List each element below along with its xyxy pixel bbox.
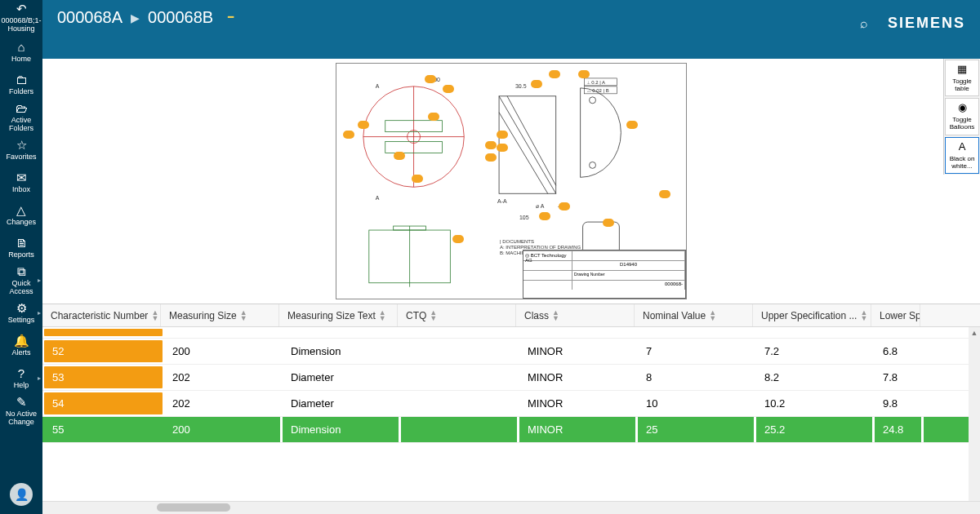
breadcrumb: 000068A ▶ 000068B	[57, 8, 213, 27]
column-header[interactable]: CTQ▲▼	[398, 304, 516, 326]
table-row[interactable]: 54202DiameterMINOR1010.29.8	[42, 391, 980, 417]
balloon-icon[interactable]	[343, 131, 354, 139]
scroll-thumb[interactable]	[157, 503, 230, 512]
balloon-icon[interactable]	[485, 153, 497, 162]
table-cell: 200	[164, 417, 283, 442]
balloon-icon[interactable]	[443, 85, 454, 93]
svg-text:30.5: 30.5	[515, 83, 527, 89]
quick-access-icon: ⧉	[17, 265, 26, 279]
balloon-icon[interactable]	[497, 131, 508, 139]
balloon-icon[interactable]	[452, 235, 464, 243]
no-active-change-icon: ✎	[16, 396, 27, 410]
search-icon[interactable]: ⌕	[860, 16, 868, 31]
table-cell	[401, 339, 519, 364]
sidebar-item-favorites[interactable]: ☆Favorites	[0, 134, 42, 166]
table-cell: 8	[638, 365, 756, 390]
balloon-icon[interactable]	[497, 144, 508, 152]
table-row[interactable]	[42, 327, 980, 339]
char-badge: 55	[44, 419, 163, 441]
sidebar-item-changes[interactable]: △Changes	[0, 199, 42, 232]
balloon-icon[interactable]	[412, 175, 423, 183]
sort-icon: ▲▼	[552, 310, 559, 321]
table-row[interactable]: 55200DimensionMINOR2525.224.8	[42, 417, 980, 443]
sidebar-item-folders[interactable]: 🗀Folders	[0, 69, 42, 101]
toolbar-toggle-table[interactable]: ▦Toggle table	[945, 60, 979, 96]
content: A A A-A 30.5 105 12.00 ⌀ A -B- ⟂ 0.2 | A…	[42, 59, 980, 514]
sort-icon: ▲▼	[860, 310, 867, 321]
alerts-icon: 🔔	[14, 335, 29, 348]
table-cell	[401, 417, 519, 442]
sidebar-item-settings[interactable]: ⚙Settings▸	[0, 297, 42, 330]
sidebar-item-reports[interactable]: 🗎Reports	[0, 232, 42, 264]
sort-icon: ▲▼	[430, 310, 437, 321]
header-bar: 000068A ▶ 000068B ━ ⌕ SIEMENS	[42, 0, 980, 59]
toolbar-black-on-white-[interactable]: ABlack on white...	[945, 137, 979, 174]
brand-logo: SIEMENS	[888, 15, 965, 32]
table-cell: MINOR	[519, 391, 638, 416]
breadcrumb-a[interactable]: 000068A	[57, 8, 122, 27]
column-header[interactable]: Measuring Size Text▲▼	[279, 304, 398, 326]
column-header[interactable]: Class▲▼	[516, 304, 635, 326]
sidebar-item-quick-access[interactable]: ⧉Quick Access▸	[0, 264, 42, 297]
char-badge: 54	[44, 392, 163, 414]
table-cell: Diameter	[283, 365, 401, 390]
balloon-icon[interactable]	[358, 121, 369, 129]
back-icon: ↶	[16, 2, 27, 16]
svg-text:105: 105	[519, 215, 529, 220]
sidebar-item-home[interactable]: ⌂Home	[0, 36, 42, 69]
table-cell	[401, 391, 519, 416]
sort-icon: ▲▼	[379, 310, 386, 321]
breadcrumb-b[interactable]: 000068B	[148, 8, 213, 27]
balloon-icon[interactable]	[659, 190, 670, 198]
settings-icon: ⚙	[16, 302, 27, 316]
balloon-icon[interactable]	[425, 75, 436, 83]
folders-icon: 🗀	[16, 73, 28, 87]
sidebar-item-alerts[interactable]: 🔔Alerts	[0, 330, 42, 362]
pin-icon[interactable]: ━	[228, 11, 234, 23]
column-header[interactable]: Nominal Value▲▼	[635, 304, 753, 326]
toolbar-icon: ◉	[947, 102, 977, 114]
balloon-icon[interactable]	[539, 212, 550, 220]
column-header[interactable]: Lower Spe▲▼	[871, 304, 920, 326]
sidebar-item-no-active-change[interactable]: ✎No Active Change	[0, 395, 42, 428]
avatar[interactable]: 👤	[10, 483, 33, 506]
column-header[interactable]: Upper Specification ...▲▼	[753, 304, 871, 326]
balloon-icon[interactable]	[394, 152, 405, 160]
sidebar-item-active-folders[interactable]: 🗁Active Folders	[0, 101, 42, 134]
back-button[interactable]: ↶ 000068/B;1-Housing	[0, 0, 42, 36]
table-cell	[401, 365, 519, 390]
column-header[interactable]: Characteristic Number▲▼	[42, 304, 161, 326]
balloon-icon[interactable]	[531, 80, 542, 88]
sidebar-item-inbox[interactable]: ✉Inbox	[0, 166, 42, 199]
column-header[interactable]: Measuring Size▲▼	[161, 304, 279, 326]
svg-text:⟂ 0.2 | A: ⟂ 0.2 | A	[587, 80, 606, 85]
scroll-up-icon[interactable]: ▲	[969, 327, 980, 339]
balloon-icon[interactable]	[428, 113, 439, 121]
table-row[interactable]: 53202DiameterMINOR88.27.8	[42, 365, 980, 391]
active-folders-icon: 🗁	[16, 102, 28, 116]
inbox-icon: ✉	[16, 171, 27, 185]
reports-icon: 🗎	[16, 237, 28, 250]
toolbar-toggle-balloons[interactable]: ◉Toggle Balloons	[945, 98, 979, 135]
balloon-icon[interactable]	[578, 70, 590, 78]
horizontal-scrollbar[interactable]	[42, 501, 980, 514]
vertical-scrollbar[interactable]: ▲	[969, 327, 980, 501]
sort-icon: ▲▼	[709, 310, 716, 321]
balloon-icon[interactable]	[559, 202, 570, 210]
table-cell: 7	[638, 339, 756, 364]
sidebar-item-help[interactable]: ?Help▸	[0, 362, 42, 395]
char-badge	[44, 329, 163, 336]
drawing-viewer[interactable]: A A A-A 30.5 105 12.00 ⌀ A -B- ⟂ 0.2 | A…	[42, 59, 980, 304]
balloon-icon[interactable]	[603, 219, 614, 227]
table-cell: 200	[164, 339, 283, 364]
table-cell: 25.2	[756, 417, 875, 442]
back-target-label: 000068/B;1-Housing	[0, 17, 42, 33]
svg-text:A: A	[376, 83, 380, 89]
right-toolbar: ▦Toggle table◉Toggle BalloonsABlack on w…	[943, 59, 980, 175]
balloon-icon[interactable]	[626, 121, 638, 129]
table-row[interactable]: 52200DimensionMINOR77.26.8	[42, 339, 980, 365]
table-body[interactable]: 52200DimensionMINOR77.26.853202DiameterM…	[42, 327, 980, 501]
balloon-icon[interactable]	[549, 70, 560, 78]
favorites-icon: ☆	[16, 139, 27, 153]
balloon-icon[interactable]	[485, 141, 497, 149]
